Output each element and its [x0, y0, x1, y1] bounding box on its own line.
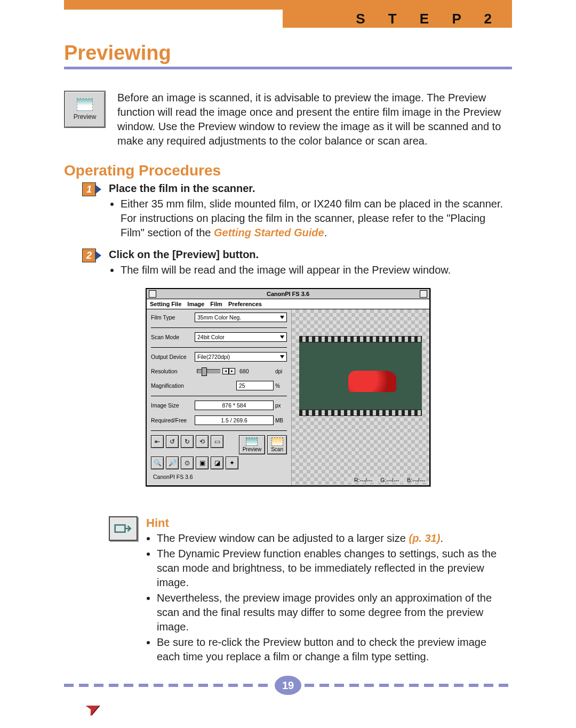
magnification-input[interactable]: 25 — [236, 381, 274, 390]
hint-bullet-tail: . — [440, 532, 443, 544]
menu-image[interactable]: Image — [187, 301, 204, 307]
top-orange-bar — [64, 0, 512, 10]
menu-film[interactable]: Film — [210, 301, 222, 307]
resolution-label: Resolution — [151, 368, 195, 374]
status-left: CanonPI FS 3.6 — [151, 469, 287, 482]
color-tool-icon[interactable]: ◪ — [211, 457, 223, 469]
resolution-unit: dpi — [274, 369, 287, 374]
lock-tool-icon[interactable]: ⇤ — [151, 435, 164, 448]
footer-dashes-left — [64, 684, 271, 687]
app-window: CanonPI FS 3.6 Setting File Image Film P… — [146, 288, 430, 486]
step2-bullet: The film will be read and the image will… — [121, 263, 451, 277]
preview-button[interactable]: Preview — [239, 435, 266, 454]
footer-dashes-right — [305, 684, 512, 687]
zoom-out-icon[interactable]: 🔎 — [166, 457, 179, 469]
scan-mode-select[interactable]: 24bit Color — [195, 332, 287, 342]
scan-mode-value: 24bit Color — [197, 334, 225, 340]
hint-bullet: The Preview window can be adjusted to a … — [157, 531, 512, 546]
chevron-down-icon — [280, 335, 284, 339]
chevron-down-icon — [280, 316, 284, 319]
required-free-value: 1.5 / 269.6 — [221, 417, 247, 423]
chevron-down-icon — [280, 355, 284, 358]
image-size-unit: px — [274, 403, 287, 409]
ruler-icon[interactable]: ▭ — [211, 435, 223, 448]
hint-heading: Hint — [146, 516, 512, 530]
window-title: CanonPI FS 3.6 — [156, 291, 420, 297]
image-size-label: Image Size — [151, 402, 195, 409]
rgb-b: B:---/--- — [407, 477, 425, 483]
required-free-unit: MB — [274, 418, 287, 423]
step-number: 1 — [82, 182, 96, 196]
rotate-left-icon[interactable]: ↺ — [166, 435, 179, 448]
step-badge-2: 2 — [82, 249, 101, 265]
scan-mode-label: Scan Mode — [151, 334, 195, 340]
required-free-label: Required/Free — [151, 417, 195, 423]
zoom-fit-icon[interactable]: ⊙ — [181, 457, 194, 469]
preview-button-label: Preview — [243, 446, 262, 452]
step-number: 2 — [82, 249, 96, 262]
step-arrow-icon — [95, 251, 101, 260]
required-free-field: 1.5 / 269.6 — [195, 415, 274, 425]
step-arrow-icon — [95, 185, 101, 194]
step1-bullet-tail: . — [324, 227, 327, 238]
page-number: 19 — [275, 676, 301, 695]
resolution-stepper[interactable]: ◂▸ — [222, 368, 235, 374]
preview-icon — [77, 98, 93, 111]
page-title: Previewing — [64, 42, 512, 65]
rgb-g: G:---/--- — [380, 477, 399, 483]
hint-icon — [109, 516, 138, 541]
step-banner: S T E P 2 — [283, 10, 512, 28]
image-size-value: 876 * 584 — [222, 402, 246, 409]
page-footer: 19 — [64, 676, 512, 695]
film-type-select[interactable]: 35mm Color Neg. — [195, 313, 287, 322]
flip-icon[interactable]: ⟲ — [196, 435, 209, 448]
getting-started-guide-ref: Getting Started Guide — [214, 227, 324, 238]
step1-bullet: Either 35 mm film, slide mounted film, o… — [121, 197, 512, 240]
scan-button-label: Scan — [271, 446, 283, 452]
image-size-field: 876 * 584 — [195, 401, 274, 410]
menu-bar[interactable]: Setting File Image Film Preferences — [147, 299, 429, 309]
film-type-label: Film Type — [151, 314, 195, 321]
rotate-right-icon[interactable]: ↻ — [181, 435, 194, 448]
hint-bullet: Be sure to re-click the Preview button a… — [157, 635, 512, 664]
intro-paragraph: Before an image is scanned, it is advisa… — [117, 91, 512, 148]
close-box-icon[interactable] — [149, 290, 156, 298]
zoom-in-icon[interactable]: 🔍 — [151, 457, 164, 469]
hint-bullet: Nevertheless, the preview image provides… — [157, 591, 512, 634]
step-badge-1: 1 — [82, 182, 101, 198]
hint-bullet-text: The Preview window can be adjusted to a … — [157, 532, 409, 544]
rgb-r: R:---/--- — [354, 477, 372, 483]
resolution-input[interactable]: 680 — [237, 367, 274, 375]
output-device-value: File(2720dpi) — [197, 354, 230, 360]
zoom-box-icon[interactable] — [420, 290, 427, 298]
scan-icon — [271, 437, 283, 446]
page-reference: (p. 31) — [409, 532, 440, 544]
title-rule — [64, 67, 512, 69]
section-heading: Operating Procedures — [64, 162, 512, 179]
preview-area[interactable]: R:---/--- G:---/--- B:---/--- — [292, 309, 429, 485]
preview-icon — [246, 437, 258, 446]
crop-tool-icon[interactable]: ▣ — [196, 457, 209, 469]
resolution-slider[interactable] — [197, 369, 220, 373]
magnification-label: Magnification — [151, 382, 195, 389]
window-titlebar[interactable]: CanonPI FS 3.6 — [147, 289, 429, 299]
step1-heading: Place the film in the scanner. — [109, 182, 512, 195]
output-device-label: Output Device — [151, 354, 195, 360]
step2-heading: Click on the [Preview] button. — [109, 249, 451, 261]
settings-panel: Film Type 35mm Color Neg. Scan Mode 24bi… — [147, 309, 292, 485]
output-device-select[interactable]: File(2720dpi) — [195, 352, 287, 362]
magnification-value: 25 — [239, 382, 245, 389]
menu-setting-file[interactable]: Setting File — [150, 301, 181, 307]
preview-button-icon: Preview — [64, 91, 106, 128]
preview-button-icon-label: Preview — [74, 113, 97, 121]
film-type-value: 35mm Color Neg. — [197, 314, 241, 321]
pointer-callout-icon: ➤ — [82, 695, 104, 721]
hint-bullet: The Dynamic Preview function enables cha… — [157, 547, 512, 590]
adjust-tool-icon[interactable]: ✦ — [226, 457, 238, 469]
resolution-value: 680 — [239, 368, 249, 374]
film-strip-preview — [299, 336, 422, 416]
scan-button[interactable]: Scan — [267, 435, 287, 454]
rgb-readout: R:---/--- G:---/--- B:---/--- — [347, 477, 426, 483]
magnification-unit: % — [274, 383, 287, 389]
menu-preferences[interactable]: Preferences — [228, 301, 262, 307]
